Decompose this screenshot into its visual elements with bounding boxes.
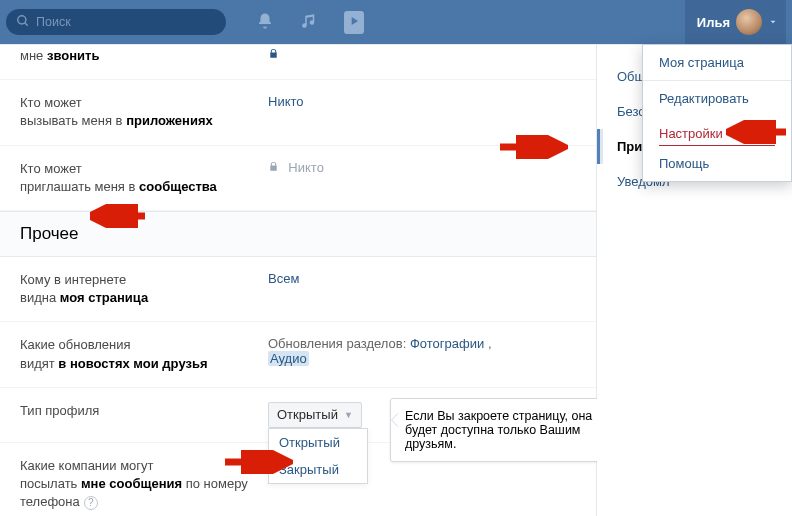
row-companies-label: Какие компании могут посылать мне сообще… (20, 457, 268, 512)
row-page-visible: Кому в интернете видна моя страница Всем (0, 257, 596, 322)
row-communities-value[interactable]: Никто (268, 160, 576, 175)
row-apps-label: Кто может вызывать меня в приложениях (20, 94, 268, 130)
settings-content: мне звонить Кто может вызывать меня в пр… (0, 45, 597, 516)
row-page-visible-label: Кому в интернете видна моя страница (20, 271, 268, 307)
topbar-icons (256, 11, 364, 34)
row-call: мне звонить (0, 45, 596, 80)
row-page-visible-value[interactable]: Всем (268, 271, 576, 286)
row-communities-label: Кто может приглашать меня в сообщества (20, 160, 268, 196)
user-dropdown-menu: Моя страница Редактировать Настройки Пом… (642, 44, 792, 182)
svg-point-0 (18, 15, 26, 23)
row-profile-type: Тип профиля Открытый ▼ Открытый Закрытый… (0, 388, 596, 443)
profile-type-option-open[interactable]: Открытый (269, 429, 367, 456)
menu-my-page[interactable]: Моя страница (643, 45, 791, 80)
row-profile-type-label: Тип профиля (20, 402, 268, 420)
bell-icon[interactable] (256, 12, 274, 33)
search-input[interactable] (36, 15, 216, 29)
video-icon[interactable] (344, 11, 364, 34)
row-communities: Кто может приглашать меня в сообщества Н… (0, 146, 596, 211)
chevron-down-icon: ▼ (344, 410, 353, 420)
user-menu-trigger[interactable]: Илья (685, 0, 786, 44)
profile-type-select[interactable]: Открытый ▼ (268, 402, 362, 428)
profile-type-selected: Открытый (277, 407, 338, 422)
row-call-value[interactable] (268, 47, 576, 62)
menu-edit[interactable]: Редактировать (643, 81, 791, 116)
music-icon[interactable] (300, 12, 318, 33)
user-name: Илья (697, 15, 730, 30)
row-apps-value[interactable]: Никто (268, 94, 576, 109)
search-icon (16, 14, 30, 31)
avatar (736, 9, 762, 35)
section-other: Прочее (0, 211, 596, 257)
row-apps: Кто может вызывать меня в приложениях Ни… (0, 80, 596, 145)
row-news-value[interactable]: Обновления разделов: Фотографии , Аудио (268, 336, 576, 366)
lock-icon (268, 161, 282, 175)
topbar: Илья (0, 0, 792, 44)
profile-type-dropdown: Открытый Закрытый (268, 428, 368, 484)
section-other-title: Прочее (20, 224, 79, 244)
row-news-label: Какие обновления видят в новостях мои др… (20, 336, 268, 372)
row-call-label: мне звонить (20, 47, 268, 65)
chevron-down-icon (768, 15, 778, 30)
help-icon[interactable]: ? (84, 496, 98, 510)
row-news: Какие обновления видят в новостях мои др… (0, 322, 596, 387)
profile-type-option-closed[interactable]: Закрытый (269, 456, 367, 483)
row-profile-type-value: Открытый ▼ Открытый Закрытый Если Вы зак… (268, 402, 576, 428)
menu-settings[interactable]: Настройки (659, 116, 775, 146)
menu-help[interactable]: Помощь (643, 146, 791, 181)
svg-line-1 (25, 22, 28, 25)
search-box[interactable] (6, 9, 226, 35)
lock-icon (268, 48, 279, 62)
